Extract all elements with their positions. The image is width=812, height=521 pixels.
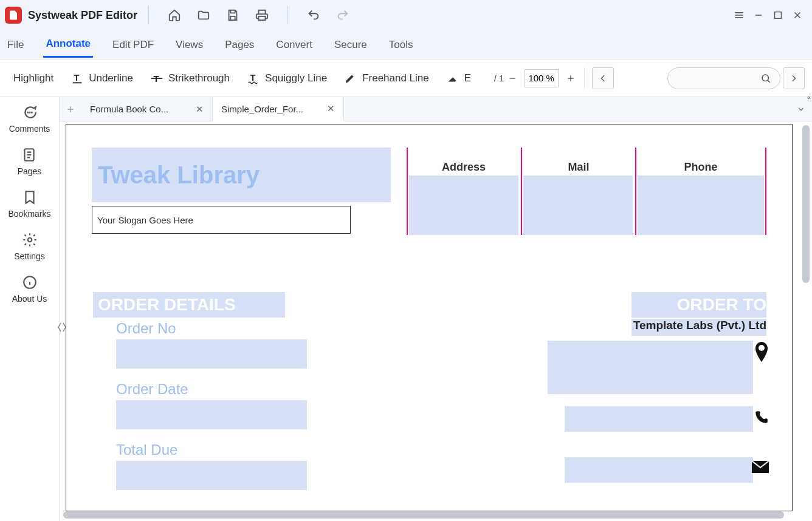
svg-point-11 (27, 238, 32, 242)
pdf-page[interactable]: Tweak Library Your Slogan Goes Here Addr… (66, 124, 793, 511)
menu-convert[interactable]: Convert (274, 33, 315, 57)
order-no-field[interactable] (116, 339, 307, 369)
menubar: File Annotate Edit PDF Views Pages Conve… (0, 30, 812, 60)
tool-squiggly[interactable]: T Squiggly Line (238, 72, 335, 85)
tab-formula-book[interactable]: Formula Book Co... ✕ (81, 97, 213, 121)
app-title: Systweak PDF Editor (28, 9, 137, 22)
divider (148, 6, 149, 24)
sidebar-label: Bookmarks (8, 209, 50, 219)
main-area: Comments Pages Bookmarks Settings About … (0, 97, 812, 521)
order-date-field[interactable] (116, 400, 307, 429)
zoom-out-button[interactable] (504, 70, 521, 87)
tool-strikethrough[interactable]: T Strikethrough (142, 72, 238, 85)
zoom-input[interactable] (525, 69, 559, 87)
menu-tools[interactable]: Tools (387, 33, 416, 57)
sidebar-item-pages[interactable]: Pages (18, 147, 42, 176)
sidebar-label: About Us (12, 294, 47, 304)
horizontal-scrollbar[interactable] (63, 511, 784, 519)
sidebar-label: Settings (14, 251, 45, 261)
order-details-heading: ORDER DETAILS (93, 292, 285, 318)
left-panel: Comments Pages Bookmarks Settings About … (0, 97, 60, 521)
page-nav: / 1 (480, 73, 504, 83)
divider (287, 6, 288, 24)
open-icon[interactable] (196, 8, 211, 22)
redo-icon[interactable] (335, 8, 350, 22)
sidebar-item-about[interactable]: About Us (12, 274, 47, 304)
order-to-heading: ORDER TO (631, 292, 766, 318)
sidebar-label: Comments (9, 124, 50, 134)
prev-page-button[interactable] (592, 67, 614, 89)
menu-secure[interactable]: Secure (332, 33, 370, 57)
close-icon[interactable] (790, 8, 805, 22)
tool-label: E (464, 72, 471, 84)
maximize-icon[interactable] (771, 8, 785, 22)
total-due-field[interactable] (116, 461, 307, 490)
menu-editpdf[interactable]: Edit PDF (110, 33, 156, 57)
col-phone: Phone (636, 161, 765, 174)
col-mail: Mail (522, 161, 635, 174)
svg-text:T: T (74, 72, 80, 82)
tool-freehand[interactable]: Freehand Line (335, 72, 438, 85)
tabs-dropdown[interactable]: « (790, 97, 812, 121)
sidebar-item-bookmarks[interactable]: Bookmarks (8, 189, 50, 219)
tool-label: Highlight (13, 72, 53, 84)
tab-label: Formula Book Co... (90, 104, 168, 114)
search-icon (760, 73, 771, 84)
next-page-button[interactable] (783, 67, 805, 89)
separator (584, 67, 585, 89)
col-address: Address (407, 161, 521, 174)
total-due-label: Total Due (116, 441, 177, 458)
order-to-company: Template Labs (Pvt.) Ltd (631, 319, 766, 336)
tabbar: Formula Book Co... ✕ Simple_Order_For...… (60, 97, 812, 121)
collapse-handle[interactable] (57, 318, 67, 338)
tab-simple-order[interactable]: Simple_Order_For... ✕ (213, 97, 344, 121)
toolbar: Highlight T Underline T Strikethrough T … (0, 60, 812, 97)
app-logo (5, 7, 22, 24)
titlebar: Systweak PDF Editor (0, 0, 812, 30)
orderto-mail-field[interactable] (565, 457, 753, 483)
orderto-phone-field[interactable] (565, 406, 753, 432)
svg-point-8 (29, 112, 30, 112)
canvas[interactable]: Tweak Library Your Slogan Goes Here Addr… (60, 121, 812, 521)
hamburger-icon[interactable] (732, 8, 746, 22)
menu-views[interactable]: Views (173, 33, 205, 57)
svg-point-9 (31, 112, 32, 112)
home-icon[interactable] (167, 8, 182, 22)
tool-label: Strikethrough (168, 72, 230, 84)
svg-point-7 (27, 112, 28, 112)
tool-label: Squiggly Line (265, 72, 327, 84)
add-tab-button[interactable] (60, 97, 81, 121)
close-tab-icon[interactable]: ✕ (327, 103, 335, 114)
save-icon[interactable] (225, 8, 240, 22)
mail-field[interactable] (523, 175, 633, 235)
tool-label: Underline (89, 72, 133, 84)
zoom-in-button[interactable] (562, 70, 579, 87)
menu-pages[interactable]: Pages (222, 33, 256, 57)
phone-icon (753, 410, 769, 427)
phone-field[interactable] (638, 175, 764, 235)
minimize-icon[interactable] (751, 8, 766, 22)
tool-eraser[interactable]: E (438, 72, 480, 85)
print-icon[interactable] (255, 8, 269, 22)
order-no-label: Order No (116, 320, 176, 337)
menu-annotate[interactable]: Annotate (43, 32, 93, 58)
document-area: Formula Book Co... ✕ Simple_Order_For...… (60, 97, 812, 521)
tool-underline[interactable]: T Underline (62, 72, 142, 85)
svg-text:T: T (250, 72, 256, 82)
page-total: / 1 (494, 73, 504, 83)
tool-label: Freehand Line (362, 72, 429, 84)
divider-line (765, 148, 766, 235)
sidebar-item-comments[interactable]: Comments (9, 104, 50, 134)
page-input[interactable] (480, 73, 490, 83)
doc-slogan[interactable]: Your Slogan Goes Here (92, 206, 351, 234)
vertical-scrollbar[interactable] (802, 125, 810, 283)
close-tab-icon[interactable]: ✕ (196, 104, 204, 115)
svg-point-6 (762, 75, 769, 81)
tool-highlight[interactable]: Highlight (5, 72, 62, 84)
address-field[interactable] (409, 175, 518, 235)
sidebar-item-settings[interactable]: Settings (14, 232, 45, 261)
menu-file[interactable]: File (5, 33, 26, 57)
orderto-address-field[interactable] (548, 341, 753, 394)
search-input[interactable] (667, 67, 780, 89)
undo-icon[interactable] (306, 8, 321, 22)
